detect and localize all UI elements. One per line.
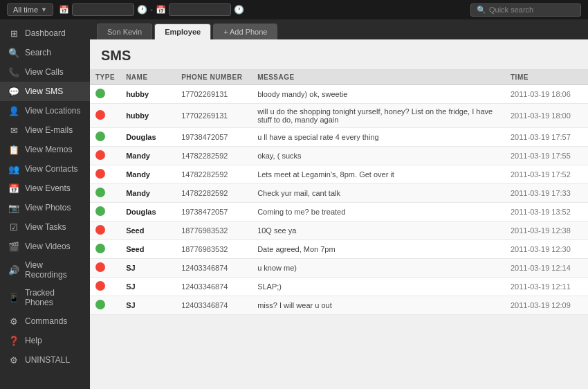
sidebar-item-view-events[interactable]: 📅View Events — [0, 179, 90, 198]
cell-name: hubby — [120, 104, 176, 128]
incoming-icon — [95, 262, 105, 272]
sidebar-label-view-photos: View Photos — [25, 203, 71, 212]
table-row[interactable]: Seed18776983532Date agreed, Mon 7pm2011-… — [90, 240, 588, 259]
sidebar-item-dashboard[interactable]: ⊞Dashboard — [0, 24, 90, 43]
table-row[interactable]: SJ12403346874u know me)2011-03-19 12:14 — [90, 259, 588, 278]
cell-message: okay, ( sucks — [252, 147, 505, 165]
table-row[interactable]: Seed1877698353210Q see ya2011-03-19 12:3… — [90, 221, 588, 240]
table-row[interactable]: Mandy14782282592okay, ( sucks2011-03-19 … — [90, 147, 588, 165]
view-emails-icon: ✉ — [8, 125, 19, 136]
cell-name: Douglas — [120, 128, 176, 147]
sidebar-label-tracked-phones: Tracked Phones — [25, 288, 82, 307]
uninstall-icon: ⚙ — [8, 354, 19, 365]
sidebar-item-view-calls[interactable]: 📞View Calls — [0, 62, 90, 82]
cell-name: SJ — [120, 296, 176, 315]
sidebar-label-view-emails: View E-mails — [25, 125, 73, 135]
clock-start-icon: 🕐 — [137, 5, 147, 15]
sidebar-label-view-memos: View Memos — [25, 145, 72, 154]
sidebar-item-view-videos[interactable]: 🎬View Videos — [0, 237, 90, 256]
tab-2[interactable]: + Add Phone — [213, 24, 277, 39]
cell-phone: 19738472057 — [176, 203, 252, 221]
incoming-icon — [95, 281, 105, 291]
cell-time: 2011-03-19 12:09 — [505, 296, 588, 315]
sidebar-item-tracked-phones[interactable]: 📱Tracked Phones — [0, 284, 90, 311]
sidebar-item-view-sms[interactable]: 💬View SMS — [0, 82, 90, 101]
table-row[interactable]: Douglas19738472057Coming to me? be treat… — [90, 203, 588, 221]
sms-table: TYPENAMEPHONE NUMBERMESSAGETIME hubby177… — [90, 70, 588, 389]
top-bar: All time ▼ 📅 🕐 - 📅 🕐 🔍 Quick search — [0, 0, 588, 19]
incoming-icon — [95, 225, 105, 235]
filter-arrow-icon: ▼ — [41, 6, 47, 13]
sidebar-item-view-memos[interactable]: 📋View Memos — [0, 140, 90, 159]
incoming-icon — [95, 110, 105, 120]
search-icon: 🔍 — [8, 47, 19, 58]
clock-end-icon: 🕐 — [234, 5, 244, 15]
cell-message: will u do the shopping tonight yurself, … — [252, 104, 505, 128]
cell-phone: 12403346874 — [176, 296, 252, 315]
cell-type — [90, 104, 120, 128]
sidebar-item-help[interactable]: ❓Help — [0, 331, 90, 350]
tab-1[interactable]: Employee — [154, 24, 211, 39]
table-row[interactable]: Mandy14782282592Lets meet at Legamin's, … — [90, 165, 588, 184]
cell-phone: 18776983532 — [176, 221, 252, 240]
cell-type — [90, 259, 120, 278]
cell-message: u know me) — [252, 259, 505, 278]
date-end-input[interactable] — [169, 3, 231, 16]
cell-type — [90, 278, 120, 296]
cell-name: Seed — [120, 221, 176, 240]
cell-time: 2011-03-19 17:52 — [505, 165, 588, 184]
calendar-end-icon: 📅 — [156, 5, 166, 15]
calendar-start-icon: 📅 — [59, 5, 69, 15]
cell-name: Mandy — [120, 184, 176, 203]
table-body: hubby17702269131bloody mandy) ok, sweeti… — [90, 85, 588, 315]
table-row[interactable]: hubby17702269131bloody mandy) ok, sweeti… — [90, 85, 588, 104]
view-recordings-icon: 🔊 — [8, 264, 19, 275]
sidebar-item-view-emails[interactable]: ✉View E-mails — [0, 120, 90, 140]
date-start-input[interactable] — [72, 3, 134, 16]
outgoing-icon — [95, 132, 105, 141]
filter-label: All time — [13, 6, 38, 14]
sidebar-item-view-tasks[interactable]: ☑View Tasks — [0, 217, 90, 237]
cell-type — [90, 85, 120, 104]
view-tasks-icon: ☑ — [8, 221, 19, 233]
tab-0[interactable]: Son Kevin — [97, 24, 152, 39]
table-row[interactable]: SJ12403346874miss? I will wear u out2011… — [90, 296, 588, 315]
cell-name: hubby — [120, 85, 176, 104]
cell-phone: 14782282592 — [176, 147, 252, 165]
sidebar-item-view-contacts[interactable]: 👥View Contacts — [0, 159, 90, 179]
sidebar-item-view-locations[interactable]: 👤View Locations — [0, 101, 90, 120]
tracked-phones-icon: 📱 — [8, 292, 19, 303]
time-filter[interactable]: All time ▼ — [7, 3, 53, 16]
sidebar-item-view-recordings[interactable]: 🔊View Recordings — [0, 256, 90, 284]
sidebar-label-view-calls: View Calls — [25, 67, 64, 77]
tabs-row: Son KevinEmployee+ Add Phone — [90, 19, 588, 39]
sidebar-item-view-photos[interactable]: 📷View Photos — [0, 198, 90, 217]
cell-type — [90, 296, 120, 315]
cell-time: 2011-03-19 18:00 — [505, 104, 588, 128]
col-header-time: TIME — [505, 70, 588, 85]
dashboard-icon: ⊞ — [8, 28, 19, 39]
cell-time: 2011-03-19 12:14 — [505, 259, 588, 278]
cell-message: Coming to me? be treated — [252, 203, 505, 221]
cell-phone: 14782282592 — [176, 165, 252, 184]
sidebar-item-commands[interactable]: ⚙Commands — [0, 311, 90, 331]
sms-title: SMS — [90, 39, 588, 70]
table-row[interactable]: Douglas19738472057u ll have a special ra… — [90, 128, 588, 147]
sidebar-item-search[interactable]: 🔍Search — [0, 43, 90, 62]
search-box[interactable]: 🔍 Quick search — [470, 3, 581, 17]
sidebar-label-view-tasks: View Tasks — [25, 222, 66, 232]
sidebar-item-uninstall[interactable]: ⚙UNINSTALL — [0, 350, 90, 370]
cell-name: Mandy — [120, 165, 176, 184]
table-row[interactable]: hubby17702269131will u do the shopping t… — [90, 104, 588, 128]
table-row[interactable]: Mandy14782282592Check yur mail, cant tal… — [90, 184, 588, 203]
cell-time: 2011-03-19 12:11 — [505, 278, 588, 296]
cell-time: 2011-03-19 12:30 — [505, 240, 588, 259]
view-locations-icon: 👤 — [8, 105, 19, 116]
search-icon: 🔍 — [477, 6, 486, 15]
search-placeholder: Quick search — [489, 6, 533, 14]
content-area: Son KevinEmployee+ Add Phone SMS TYPENAM… — [90, 19, 588, 389]
table-row[interactable]: SJ12403346874SLAP;)2011-03-19 12:11 — [90, 278, 588, 296]
view-photos-icon: 📷 — [8, 202, 19, 213]
sidebar-label-commands: Commands — [25, 316, 67, 326]
cell-name: SJ — [120, 259, 176, 278]
